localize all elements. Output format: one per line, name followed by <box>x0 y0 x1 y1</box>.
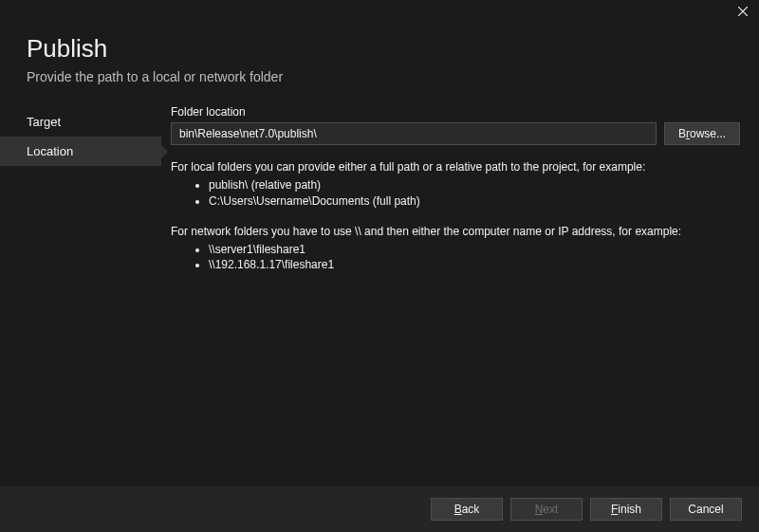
help-text: For local folders you can provide either… <box>171 158 740 273</box>
finish-button[interactable]: Finish <box>590 498 662 521</box>
sidebar: Target Location <box>0 105 161 475</box>
help-network-intro: For network folders you have to use \\ a… <box>171 223 740 240</box>
header: Publish Provide the path to a local or n… <box>0 27 759 105</box>
sidebar-item-label: Target <box>27 115 61 129</box>
help-network-list: \\server1\fileshare1 \\192.168.1.17\file… <box>171 242 740 274</box>
cancel-button[interactable]: Cancel <box>670 498 742 521</box>
back-button[interactable]: Back <box>431 498 503 521</box>
folder-location-row: Browse... <box>171 122 740 145</box>
page-subtitle: Provide the path to a local or network f… <box>27 69 732 84</box>
help-local-intro: For local folders you can provide either… <box>171 158 740 175</box>
sidebar-item-label: Location <box>27 144 73 158</box>
sidebar-item-target[interactable]: Target <box>0 107 161 137</box>
body: Target Location Folder location Browse..… <box>0 105 759 475</box>
next-button: Next <box>510 498 583 521</box>
close-icon <box>738 7 748 16</box>
folder-location-input[interactable] <box>171 122 657 145</box>
main-panel: Folder location Browse... For local fold… <box>161 105 759 475</box>
help-local-list: publish\ (relative path) C:\Users\Userna… <box>171 177 740 210</box>
help-local-example: publish\ (relative path) <box>209 177 740 193</box>
help-local-example: C:\Users\Username\Documents (full path) <box>209 193 740 210</box>
folder-location-label: Folder location <box>171 105 740 119</box>
sidebar-item-location[interactable]: Location <box>0 137 161 166</box>
page-title: Publish <box>27 34 732 64</box>
browse-button[interactable]: Browse... <box>664 122 740 145</box>
help-network-example: \\192.168.1.17\fileshare1 <box>209 257 740 273</box>
footer: Back Next Finish Cancel <box>0 486 759 532</box>
close-button[interactable] <box>727 0 759 23</box>
help-network-example: \\server1\fileshare1 <box>209 242 740 258</box>
titlebar <box>0 0 759 27</box>
